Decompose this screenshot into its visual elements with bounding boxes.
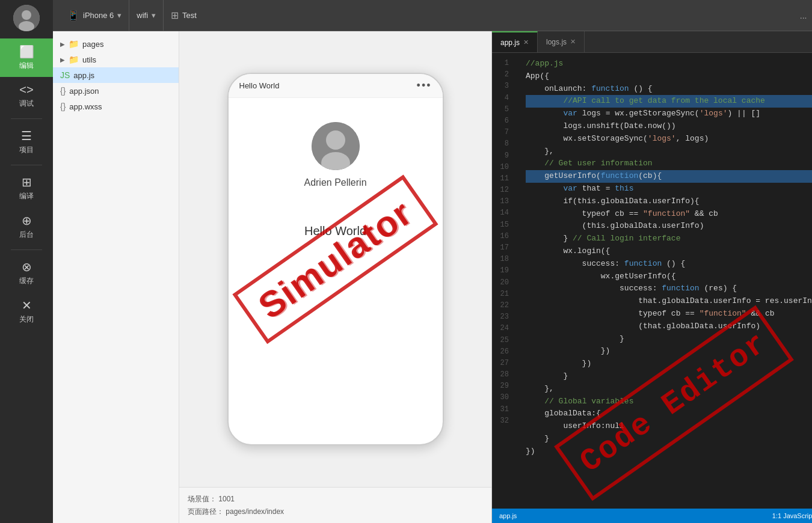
file-item-appjson[interactable]: {} app.json [53,83,179,99]
sidebar-label-backend: 后台 [19,230,34,240]
file-item-appjs[interactable]: JS app.js [53,67,179,83]
cache-icon: ⊗ [22,260,32,274]
line-number: 23 [492,311,514,323]
simulator-status-bar: 场景值： 1001 页面路径： pages/index/index [179,487,491,523]
sidebar-label-debug: 调试 [19,99,34,109]
wxss-file-icon: {} [60,102,66,111]
code-line: } [526,433,812,445]
line-number: 25 [492,335,514,346]
content-area: ▶ 📁 pages ▶ 📁 utils JS app.js {} app.jso… [53,31,812,523]
svg-point-4 [326,130,345,150]
user-name: Adrien Pellerin [304,177,366,188]
code-line: wx.getUserInfo({ [526,271,812,283]
line-number: 29 [492,381,514,392]
line-number: 32 [492,415,514,427]
code-line: // Get user information [526,158,812,170]
code-line: userInfo:null [526,420,812,433]
sidebar-divider-2 [11,165,43,165]
phone-frame: Hello World ••• Adrien Pellerin Hel [227,73,444,445]
line-number: 6 [492,115,514,127]
close-icon: ✕ [22,298,32,313]
line-number: 13 [492,196,514,207]
expand-icon-utils: ▶ [60,57,65,63]
code-line: }) [526,345,812,358]
device-dropdown-icon[interactable]: ▾ [117,11,121,20]
line-number: 7 [492,127,514,138]
code-line: }) [526,445,812,458]
sidebar-label-cache: 缓存 [19,276,34,286]
code-line: (that.globalData.userInfo) [526,320,812,333]
project-icon: ☰ [21,129,32,143]
sidebar-label-translate: 编译 [19,191,34,201]
code-line: //API call to get data from the local ca… [526,95,812,108]
device-selector[interactable]: 📱 iPhone 6 ▾ [60,0,129,31]
code-line: } [526,370,812,383]
line-number: 11 [492,173,514,185]
project-name: Test [182,11,197,20]
project-selector: ⊞ Test ... [164,10,812,21]
editor-icon: ⬜ [19,44,34,59]
file-name-pages: pages [82,40,103,49]
tab-logsjs-close[interactable]: ✕ [570,38,576,46]
file-name-appjson: app.json [69,87,99,96]
line-number: 3 [492,81,514,92]
code-line: success: function (res) { [526,283,812,295]
code-line: that.globalData.userInfo = res.userInfo [526,295,812,308]
code-line: }) [526,358,812,370]
line-number: 24 [492,323,514,334]
wifi-dropdown-icon[interactable]: ▾ [152,11,156,20]
folder-icon-pages: 📁 [69,39,79,49]
file-item-appwxss[interactable]: {} app.wxss [53,99,179,114]
grid-icon: ⊞ [171,10,179,21]
sidebar-divider-3 [11,249,43,250]
code-line: } [526,333,812,346]
line-number: 8 [492,138,514,150]
code-line: globalData:{ [526,408,812,420]
sidebar-label-close: 关闭 [19,314,34,325]
editor-tabs: app.js ✕ logs.js ✕ [492,31,812,53]
scene-label: 场景值： [188,495,217,503]
code-line: }, [526,145,812,158]
sidebar-item-project[interactable]: ☰ 项目 [0,123,53,161]
sidebar-item-translate[interactable]: ⊞ 编译 [0,169,53,207]
code-line: App({ [526,70,812,83]
sidebar-item-editor[interactable]: ⬜ 编辑 [0,38,53,77]
debug-icon: <> [19,83,33,97]
code-line: if(this.globalData.userInfo){ [526,195,812,208]
path-label: 页面路径： [188,507,224,516]
line-number: 14 [492,207,514,219]
code-content[interactable]: //app.jsApp({ onLaunch: function () { //… [518,53,812,509]
code-line: onLaunch: function () { [526,83,812,96]
line-number: 12 [492,185,514,196]
tab-appjs[interactable]: app.js ✕ [492,31,538,52]
sidebar-divider-1 [11,118,43,119]
line-number: 19 [492,265,514,277]
phone-menu-dots[interactable]: ••• [417,79,432,92]
editor-body: 1234567891011121314151617181920212223242… [492,53,812,509]
main-area: 📱 iPhone 6 ▾ wifi ▾ ⊞ Test ... ▶ 📁 pages… [53,0,812,523]
sidebar-item-backend[interactable]: ⊕ 后台 [0,207,53,246]
statusbar-filename: app.js [499,512,517,519]
file-item-utils[interactable]: ▶ 📁 utils [53,52,179,67]
sidebar-item-debug[interactable]: <> 调试 [0,77,53,115]
file-name-utils: utils [82,55,96,64]
backend-icon: ⊕ [22,213,32,228]
sidebar-item-close[interactable]: ✕ 关闭 [0,292,53,331]
code-line: getUserInfo(function(cb){ [526,170,812,183]
topbar-dots[interactable]: ... [800,11,807,20]
code-line: var that = this [526,183,812,195]
scene-value: 1001 [218,495,235,503]
tab-logsjs[interactable]: logs.js ✕ [538,31,585,52]
line-number: 1 [492,58,514,69]
line-number: 16 [492,231,514,242]
json-file-icon: {} [60,86,66,96]
phone-icon: 📱 [67,10,79,21]
simulator-content: Hello World ••• Adrien Pellerin Hel [179,31,491,487]
sidebar-item-cache[interactable]: ⊗ 缓存 [0,254,53,292]
simulator-panel: Hello World ••• Adrien Pellerin Hel [179,31,492,523]
file-item-pages[interactable]: ▶ 📁 pages [53,36,179,52]
line-numbers: 1234567891011121314151617181920212223242… [492,53,518,509]
wifi-selector[interactable]: wifi ▾ [129,0,164,31]
tab-appjs-label: app.js [500,38,520,47]
tab-appjs-close[interactable]: ✕ [523,38,529,46]
